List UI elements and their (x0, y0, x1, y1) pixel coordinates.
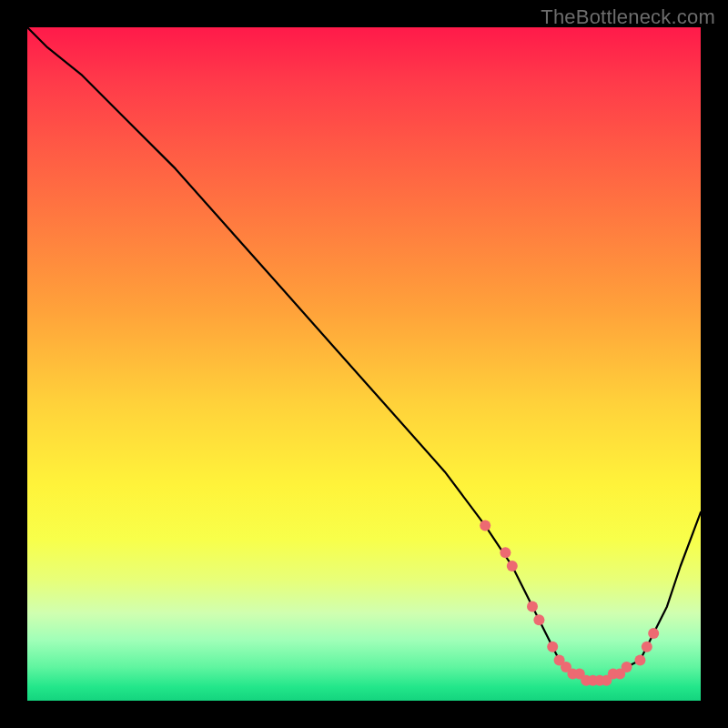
data-marker (480, 521, 490, 531)
chart-line (27, 27, 701, 681)
chart-frame: TheBottleneck.com (0, 0, 728, 728)
attribution-label: TheBottleneck.com (541, 5, 715, 29)
data-marker (533, 614, 544, 625)
data-marker (500, 547, 511, 558)
chart-svg (27, 27, 701, 701)
data-marker (634, 655, 645, 666)
data-marker (527, 601, 538, 612)
plot-area (27, 27, 701, 701)
data-marker (642, 642, 652, 652)
chart-markers (480, 521, 659, 686)
data-marker (507, 561, 518, 571)
data-marker (622, 662, 632, 672)
data-marker (547, 642, 558, 652)
data-marker (648, 628, 659, 639)
